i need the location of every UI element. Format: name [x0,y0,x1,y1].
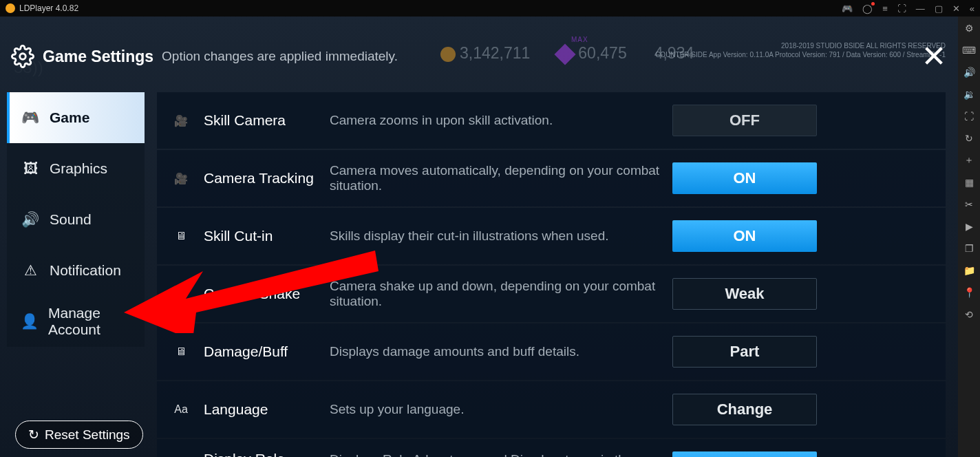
gamepad-icon[interactable]: 🎮 [842,3,853,14]
setting-toggle[interactable]: Change [672,394,817,425]
top-resource-bar: MAX 3,142,711 60,475 4,934 [440,44,694,63]
setting-description: Camera shake up and down, depending on y… [330,279,660,309]
setting-title: Camera Shake [204,286,317,302]
maximize-button[interactable]: ▢ [935,3,943,14]
sync-icon[interactable]: ↻ [963,132,975,145]
setting-description: Camera moves automatically, depending on… [330,163,660,193]
setting-toggle[interactable]: ON [672,451,817,457]
folder-icon[interactable]: 📁 [963,264,975,277]
warning-icon: ⚠ [21,261,40,280]
keyboard-icon[interactable]: ⌨ [963,44,975,56]
setting-row-language: AaLanguageSets up your language.Change [157,381,946,438]
setting-description: Displays damage amounts and buff details… [330,344,660,359]
close-settings-button[interactable] [922,44,946,67]
setting-row-camera-tracking: 🎥Camera TrackingCamera moves automatical… [157,150,946,206]
sidebar-item-sound[interactable]: 🔊 Sound [7,194,145,245]
setting-title: Language [204,401,317,418]
setting-toggle[interactable]: Weak [672,278,817,310]
app-title: LDPlayer 4.0.82 [19,3,78,13]
rotate-icon[interactable]: ⟲ [963,308,975,321]
setting-row-icon: 🖥 [171,346,191,358]
setting-row-icon: 🖥 [171,230,191,242]
refresh-icon: ↻ [28,427,39,443]
setting-row-camera-shake: 🖥Camera ShakeCamera shake up and down, d… [157,266,946,322]
sidebar-item-game[interactable]: 🎮 Game [7,92,145,143]
gems-display: 60,475 [557,44,626,63]
layers-icon[interactable]: ❐ [963,242,975,255]
setting-row-skill-camera: 🎥Skill CameraCamera zooms in upon skill … [157,92,946,149]
account-icon[interactable]: ◯ [862,3,873,14]
fullscreen-icon[interactable]: ⛶ [963,110,975,123]
svg-point-0 [20,54,26,60]
setting-row-damage-buff: 🖥Damage/BuffDisplays damage amounts and … [157,323,946,380]
user-icon: 👤 [21,312,39,331]
setting-title: Skill Cut-in [204,228,317,244]
setting-row-icon: 🎥 [171,114,191,127]
ldplayer-logo-icon [6,3,15,13]
setting-row-display-role-advantages: ⛶Display Role AdvantagesDisplays Role Ad… [157,439,946,457]
scissors-icon[interactable]: ✂ [963,198,975,211]
setting-toggle[interactable]: Part [672,336,817,368]
sidebar-item-label: Sound [50,211,92,228]
setting-description: Sets up your language. [330,402,660,417]
setting-row-icon: Aa [171,403,191,416]
settings-sidebar: 🎮 Game 🖼 Graphics 🔊 Sound ⚠ Notification… [7,92,145,347]
record-icon[interactable]: ▶ [963,220,975,233]
sidebar-item-label: Game [50,109,89,126]
page-title: Game Settings [43,47,153,66]
setting-row-icon: 🖥 [171,288,191,300]
reset-settings-button[interactable]: ↻ Reset Settings [15,421,143,449]
window-controls: 🎮 ◯ ≡ ⛶ — ▢ ✕ « [842,3,974,14]
max-badge: MAX [571,36,588,43]
emulator-right-toolbar: ⚙ ⌨ 🔊 🔉 ⛶ ↻ ＋ ▦ ✂ ▶ ❐ 📁 📍 ⟲ [958,17,980,457]
volume-up-icon[interactable]: 🔊 [963,66,975,78]
game-stage: ⚙ ⌨ 🔊 🔉 ⛶ ↻ ＋ ▦ ✂ ▶ ❐ 📁 📍 ⟲ 33)) 2018-20… [0,17,980,457]
diamonds-display: 4,934 [654,44,694,63]
setting-title: Damage/Buff [204,343,317,360]
setting-description: Skills display their cut-in illustration… [330,228,660,244]
sidebar-item-label: Manage Account [48,305,145,338]
setting-title: Display Role Advantages [204,451,317,457]
minimize-button[interactable]: — [916,3,925,14]
gear-icon[interactable]: ⚙ [963,22,975,34]
coins-display: 3,142,711 [440,44,530,63]
location-icon[interactable]: 📍 [963,286,975,299]
settings-panel: 🎥Skill CameraCamera zooms in upon skill … [157,92,946,457]
add-icon[interactable]: ＋ [963,154,975,167]
sidebar-item-label: Graphics [50,160,107,177]
setting-title: Skill Camera [204,112,317,129]
setting-toggle[interactable]: OFF [672,105,817,136]
menu-icon[interactable]: ≡ [882,3,888,14]
close-window-button[interactable]: ✕ [952,3,960,14]
setting-toggle[interactable]: ON [672,162,817,194]
sidebar-item-manage-account[interactable]: 👤 Manage Account [7,296,145,347]
apk-icon[interactable]: ▦ [963,176,975,189]
gamepad-icon: 🎮 [21,108,40,127]
setting-title: Camera Tracking [204,170,317,187]
setting-toggle[interactable]: ON [672,220,817,252]
sidebar-item-graphics[interactable]: 🖼 Graphics [7,143,145,194]
titlebar: LDPlayer 4.0.82 🎮 ◯ ≡ ⛶ — ▢ ✕ « [0,0,980,17]
expand-icon[interactable]: ⛶ [897,3,906,14]
image-icon: 🖼 [21,159,40,178]
gear-icon [11,45,34,68]
setting-description: Camera zooms in upon skill activation. [330,113,660,128]
setting-description: Displays Role Advantages and Disadvantag… [330,452,660,457]
speaker-icon: 🔊 [21,210,40,229]
reset-label: Reset Settings [45,427,130,443]
setting-row-icon: 🎥 [171,172,191,185]
collapse-icon[interactable]: « [970,3,974,14]
page-subtitle: Option changes are applied immediately. [162,49,398,64]
sidebar-item-label: Notification [50,262,121,279]
setting-row-skill-cut-in: 🖥Skill Cut-inSkills display their cut-in… [157,208,946,264]
volume-down-icon[interactable]: 🔉 [963,88,975,100]
sidebar-item-notification[interactable]: ⚠ Notification [7,245,145,296]
